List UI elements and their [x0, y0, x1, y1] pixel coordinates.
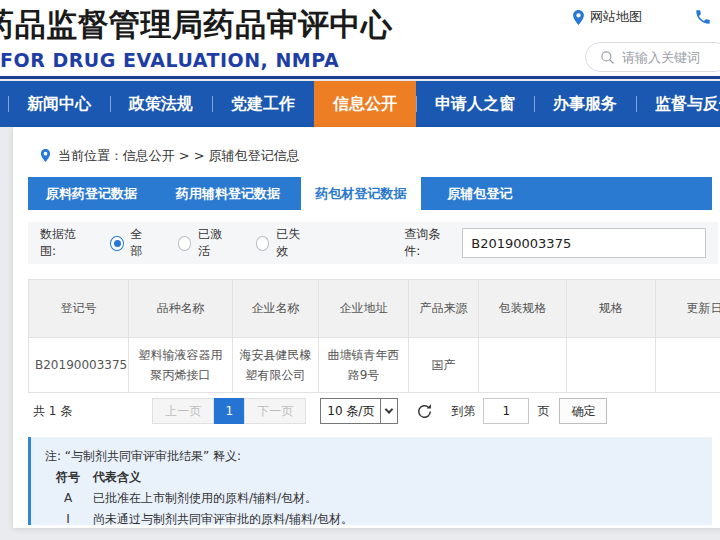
note-header-symbol: 符号: [51, 467, 85, 488]
tab-excipient-data[interactable]: 药用辅料登记数据: [155, 177, 301, 210]
nav-item-news[interactable]: 新闻中心: [8, 81, 110, 127]
cell-company-name: 海安县健民橡塑有限公司: [233, 338, 319, 393]
tab-api-data[interactable]: 原料药登记数据: [28, 177, 155, 210]
radio-activated[interactable]: 已激活: [178, 226, 230, 260]
radio-all[interactable]: 全部: [110, 226, 151, 260]
results-table-wrap: 登记号 品种名称 企业名称 企业地址 产品来源 包装规格 规格 更新日期 B20…: [28, 279, 720, 393]
phone-icon: [694, 8, 720, 26]
goto-unit: 页: [537, 403, 549, 420]
query-input[interactable]: [462, 228, 706, 258]
main-nav: 新闻中心 政策法规 党建工作 信息公开 申请人之窗 办事服务 监督与反馈: [0, 81, 720, 127]
site-subtitle: FOR DRUG EVALUATION, NMPA: [0, 49, 339, 71]
nav-item-party[interactable]: 党建工作: [212, 81, 314, 127]
cell-product-name: 塑料输液容器用聚丙烯接口: [129, 338, 233, 393]
breadcrumb-pin-icon: [40, 148, 51, 163]
radio-all-label: 全部: [131, 226, 152, 260]
location-pin-icon: [572, 9, 585, 26]
search-input[interactable]: [622, 50, 720, 65]
page-size-value: 10 条/页: [321, 403, 380, 420]
note-item-a: A 已批准在上市制剂使用的原料/辅料/包材。: [31, 488, 712, 509]
col-product-name: 品种名称: [129, 280, 233, 338]
note-symbol-i: I: [51, 509, 85, 530]
top-links: 网站地图: [572, 8, 720, 26]
results-table: 登记号 品种名称 企业名称 企业地址 产品来源 包装规格 规格 更新日期 B20…: [28, 279, 720, 393]
col-origin: 产品来源: [409, 280, 479, 338]
col-company-name: 企业名称: [233, 280, 319, 338]
col-update-date: 更新日期: [656, 280, 720, 338]
cell-reg-no: B20190003375: [29, 338, 129, 393]
col-spec: 规格: [567, 280, 656, 338]
radio-activated-circle[interactable]: [178, 236, 191, 251]
site-title: 药品监督管理局药品审评中心: [0, 4, 393, 46]
site-header: 药品监督管理局药品审评中心 FOR DRUG EVALUATION, NMPA …: [0, 0, 720, 76]
prev-page-button[interactable]: 上一页: [152, 398, 214, 424]
content-card: 当前位置 : 信息公开 > > 原辅包登记信息 原料药登记数据 药用辅料登记数据…: [13, 127, 720, 528]
nav-item-info-disclosure[interactable]: 信息公开: [314, 81, 416, 127]
col-company-address: 企业地址: [319, 280, 409, 338]
tab-registration[interactable]: 原辅包登记: [421, 177, 539, 210]
breadcrumb: 当前位置 : 信息公开 > > 原辅包登记信息: [13, 127, 720, 169]
query-label: 查询条件:: [404, 226, 452, 260]
scope-label: 数据范围:: [40, 226, 88, 260]
confirm-button[interactable]: 确定: [559, 398, 607, 424]
cell-origin: 国产: [409, 338, 479, 393]
tab-packaging-data[interactable]: 药包材登记数据: [301, 177, 421, 210]
note-item-i: I 尚未通过与制剂共同审评审批的原料/辅料/包材。: [31, 509, 712, 530]
chevron-down-icon: [380, 399, 397, 423]
goto-page-input[interactable]: [483, 398, 529, 424]
table-header-row: 登记号 品种名称 企业名称 企业地址 产品来源 包装规格 规格 更新日期: [29, 280, 720, 338]
col-packaging-spec: 包装规格: [479, 280, 567, 338]
header-divider: [0, 76, 720, 79]
search-icon: [600, 50, 615, 65]
nav-item-supervision[interactable]: 监督与反馈: [636, 81, 720, 127]
cell-company-address: 曲塘镇青年西路9号: [319, 338, 409, 393]
nav-item-policy[interactable]: 政策法规: [110, 81, 212, 127]
cell-spec: [567, 338, 656, 393]
next-page-button[interactable]: 下一页: [244, 398, 306, 424]
note-symbol-a: A: [51, 488, 85, 509]
note-meaning-i: 尚未通过与制剂共同审评审批的原料/辅料/包材。: [93, 509, 353, 530]
sitemap-link[interactable]: 网站地图: [572, 8, 642, 26]
cell-packaging-spec: [479, 338, 567, 393]
radio-expired-label: 已失效: [276, 226, 308, 260]
radio-expired[interactable]: 已失效: [256, 226, 308, 260]
page-number-button[interactable]: 1: [214, 398, 244, 424]
search-box: [585, 42, 720, 72]
table-row: B20190003375 塑料输液容器用聚丙烯接口 海安县健民橡塑有限公司 曲塘…: [29, 338, 720, 393]
goto-label: 到第: [451, 403, 475, 420]
nav-item-services[interactable]: 办事服务: [534, 81, 636, 127]
note-meaning-a: 已批准在上市制剂使用的原料/辅料/包材。: [93, 488, 317, 509]
pagination: 共 1 条 上一页 1 下一页 10 条/页 到第 页 确定: [28, 397, 720, 425]
scope-radio-group: 全部 已激活 已失效: [110, 226, 308, 260]
radio-all-circle[interactable]: [110, 236, 123, 251]
note-box: 注: “与制剂共同审评审批结果” 释义: 符号 代表含义 A 已批准在上市制剂使…: [28, 437, 712, 525]
radio-expired-circle[interactable]: [256, 236, 269, 251]
nav-item-applicant-window[interactable]: 申请人之窗: [416, 81, 534, 127]
note-header-meaning: 代表含义: [93, 467, 141, 488]
sitemap-label: 网站地图: [590, 8, 642, 26]
filter-bar: 数据范围: 全部 已激活 已失效 查询条件:: [28, 222, 718, 264]
refresh-icon[interactable]: [416, 403, 433, 420]
breadcrumb-text: 当前位置 : 信息公开 > > 原辅包登记信息: [58, 147, 300, 165]
cell-update-date: [656, 338, 720, 393]
note-intro: 注: “与制剂共同审评审批结果” 释义:: [31, 446, 712, 467]
page: 药品监督管理局药品审评中心 FOR DRUG EVALUATION, NMPA …: [0, 0, 720, 540]
col-reg-no: 登记号: [29, 280, 129, 338]
total-count: 共 1 条: [33, 403, 72, 420]
radio-activated-label: 已激活: [198, 226, 230, 260]
note-header-row: 符号 代表含义: [31, 467, 712, 488]
data-tabs: 原料药登记数据 药用辅料登记数据 药包材登记数据 原辅包登记: [28, 177, 712, 210]
page-size-select[interactable]: 10 条/页: [320, 398, 398, 424]
